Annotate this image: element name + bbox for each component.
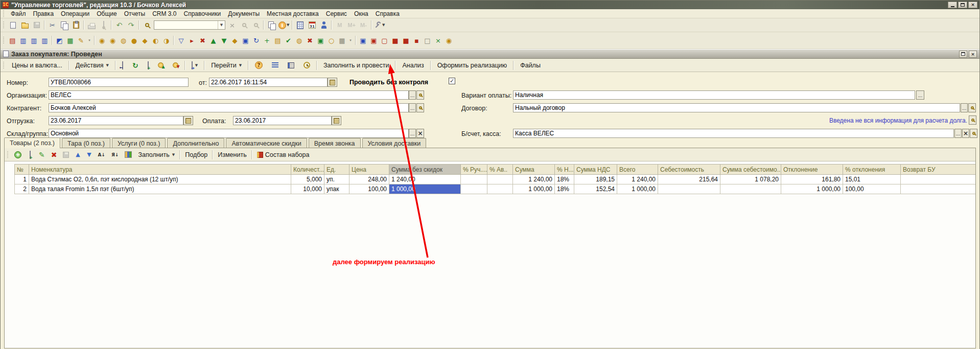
- close-document-button[interactable]: ×: [969, 51, 977, 58]
- prices-currency-button[interactable]: Цены и валюта...: [7, 60, 67, 71]
- cash-account-field[interactable]: [513, 129, 954, 138]
- table-cell[interactable]: 152,54: [574, 184, 617, 194]
- column-header-0[interactable]: №: [15, 165, 29, 175]
- post-and-close-button[interactable]: ←: [118, 60, 128, 71]
- table-cell[interactable]: Вода Стэлмас O2, 0,6л, пэт кислородная (…: [29, 175, 291, 184]
- shipment-date-field[interactable]: [49, 116, 183, 125]
- delete-row-button[interactable]: ✖: [49, 150, 60, 160]
- find-button[interactable]: [142, 20, 152, 31]
- customer-order-icon[interactable]: ◉: [97, 36, 107, 45]
- help-button[interactable]: ?: [250, 59, 267, 71]
- refresh-button[interactable]: ↻: [128, 59, 143, 72]
- move-up-button[interactable]: ▲: [73, 150, 83, 160]
- toolbar-drag-handle[interactable]: [3, 37, 5, 44]
- search-input[interactable]: [154, 22, 218, 28]
- menu-item-2[interactable]: Операции: [57, 9, 93, 18]
- table-cell[interactable]: 189,15: [574, 175, 617, 184]
- fill-and-post-button[interactable]: Заполнить и провести: [319, 60, 393, 71]
- close-button[interactable]: ×: [968, 2, 977, 8]
- print-invoice-icon[interactable]: ▥: [29, 36, 39, 45]
- cube-small-icon[interactable]: ▪: [412, 36, 422, 45]
- clear-search-button[interactable]: ×: [227, 20, 238, 31]
- menu-item-5[interactable]: CRM 3.0: [149, 9, 180, 18]
- cube-document-icon[interactable]: ■: [390, 36, 400, 45]
- no-control-checkbox[interactable]: ✓: [449, 78, 455, 84]
- table-cell[interactable]: 1 000,00: [513, 184, 555, 194]
- print-button[interactable]: [86, 20, 97, 31]
- table-cell[interactable]: [901, 175, 976, 184]
- payment-variant-select-button[interactable]: ...: [916, 90, 924, 100]
- document-add-icon[interactable]: +: [262, 36, 272, 45]
- money-in-icon[interactable]: ◐: [151, 36, 160, 45]
- copy-button[interactable]: [59, 20, 69, 31]
- contract-open-button[interactable]: [968, 103, 976, 112]
- undo-button[interactable]: ↶: [114, 20, 125, 31]
- table-cell[interactable]: 10,000: [291, 184, 324, 194]
- table-cell[interactable]: 100,00: [349, 184, 389, 194]
- counterparty-open-button[interactable]: [416, 103, 424, 112]
- column-header-10[interactable]: Сумма НДС: [574, 165, 617, 175]
- column-header-6[interactable]: % Руч....: [461, 165, 487, 175]
- stock-out-icon[interactable]: ▼: [219, 36, 229, 45]
- table-cell[interactable]: 1 000,00: [389, 184, 461, 194]
- tab-0[interactable]: Товары (2 поз.): [4, 137, 60, 148]
- menu-item-3[interactable]: Общие: [93, 9, 120, 18]
- table-cell[interactable]: [487, 175, 513, 184]
- menu-item-9[interactable]: Сервис: [322, 9, 351, 18]
- structure-button[interactable]: [267, 60, 283, 71]
- payment-calendar-button[interactable]: [332, 116, 341, 125]
- organization-select-button[interactable]: ...: [409, 90, 416, 100]
- info-button[interactable]: i▼: [278, 20, 290, 31]
- table-cell[interactable]: уп.: [324, 175, 349, 184]
- tab-1[interactable]: Тара (0 поз.): [62, 138, 110, 148]
- person-blue-doc-icon[interactable]: ▣: [358, 36, 368, 45]
- windows-button[interactable]: [266, 20, 277, 31]
- column-header-16[interactable]: Возврат БУ: [901, 165, 976, 175]
- calculator-button[interactable]: [295, 20, 306, 31]
- date-calendar-button[interactable]: [328, 78, 337, 87]
- chevron-down-icon[interactable]: ▼: [218, 21, 225, 29]
- sort-desc-button[interactable]: Я↓: [109, 150, 121, 160]
- toolbar-drag-handle[interactable]: [7, 151, 9, 158]
- tab-2[interactable]: Услуги (0 поз.): [112, 138, 166, 148]
- end-edit-button[interactable]: [60, 150, 72, 160]
- table-cell[interactable]: [487, 184, 513, 194]
- contract-select-button[interactable]: ...: [961, 103, 968, 112]
- toolbar-drag-handle[interactable]: [3, 21, 5, 29]
- memory-subtract-button[interactable]: M-: [358, 20, 369, 31]
- column-header-7[interactable]: % Ав..: [487, 165, 513, 175]
- document-cross-icon[interactable]: ✖: [305, 36, 315, 45]
- column-header-2[interactable]: Количест...: [291, 165, 324, 175]
- coins-column-icon[interactable]: ◍: [294, 36, 304, 45]
- price-list-icon[interactable]: ▦: [65, 36, 75, 45]
- sort-asc-button[interactable]: А↓: [95, 150, 108, 160]
- flagged-document-icon[interactable]: ▸: [187, 36, 197, 45]
- shipment-calendar-button[interactable]: [183, 116, 193, 125]
- table-cell[interactable]: 1 240,00: [513, 175, 555, 184]
- money-in-button[interactable]: ▲: [153, 60, 168, 70]
- document-check-icon[interactable]: ✔: [284, 36, 293, 45]
- table-cell[interactable]: 5,000: [291, 175, 324, 184]
- tab-3[interactable]: Дополнительно: [167, 138, 224, 148]
- customer-payment-icon[interactable]: ◍: [119, 36, 128, 45]
- table-cell[interactable]: 15,01: [843, 175, 901, 184]
- document-green-icon[interactable]: ▣: [316, 36, 325, 45]
- cart-remove-icon[interactable]: ✖: [198, 36, 207, 45]
- table-cell[interactable]: 18%: [555, 184, 574, 194]
- analysis-button[interactable]: Анализ: [398, 60, 428, 71]
- table-cell[interactable]: 1 240,00: [617, 175, 658, 184]
- add-row-button[interactable]: +: [12, 150, 24, 160]
- table-cell[interactable]: упак: [324, 184, 349, 194]
- table-cell[interactable]: [901, 184, 976, 194]
- account-clear-button[interactable]: ×: [962, 129, 969, 138]
- column-header-1[interactable]: Номенклатура: [29, 165, 291, 175]
- payment-variant-field[interactable]: [513, 90, 915, 100]
- column-header-8[interactable]: Сумма: [513, 165, 555, 175]
- menu-item-11[interactable]: Справка: [372, 9, 403, 18]
- change-button[interactable]: Изменить: [215, 150, 249, 160]
- make-realization-button[interactable]: Оформить реализацию: [433, 60, 512, 71]
- column-header-11[interactable]: Всего: [617, 165, 658, 175]
- column-header-14[interactable]: Отклонение: [781, 165, 843, 175]
- settings-button[interactable]: [283, 60, 299, 71]
- warehouse-select-button[interactable]: ...: [409, 129, 416, 138]
